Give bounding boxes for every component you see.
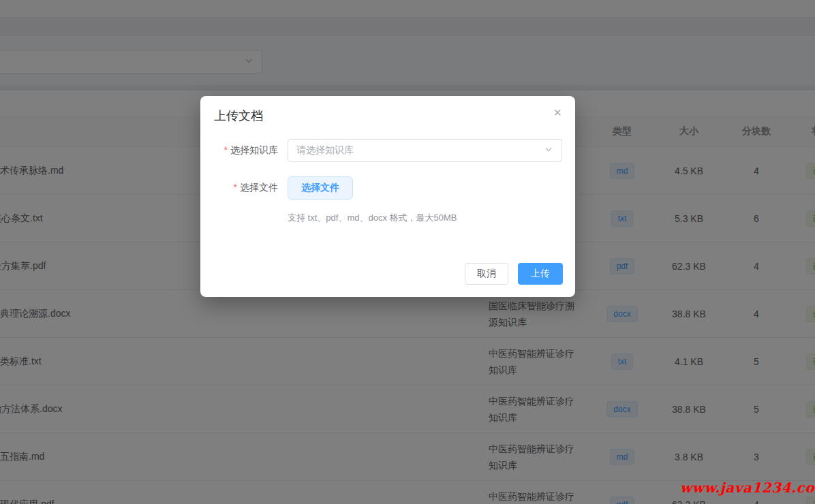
dialog-footer: 取消 上传: [465, 263, 563, 285]
watermark-text: www.java1234.com: [680, 479, 815, 496]
required-mark: *: [234, 182, 237, 193]
file-field-label: *选择文件: [200, 182, 288, 194]
dialog-title: 上传文档: [214, 109, 263, 123]
upload-hint-text: 支持 txt、pdf、md、docx 格式，最大50MB: [288, 212, 562, 224]
upload-button[interactable]: 上传: [518, 263, 563, 285]
kb-field-row: *选择知识库 请选择知识库: [200, 139, 562, 162]
cancel-button[interactable]: 取消: [465, 263, 508, 285]
required-mark: *: [224, 144, 228, 155]
file-field-row: *选择文件 选择文件: [200, 176, 562, 200]
close-icon[interactable]: ×: [552, 104, 563, 121]
choose-file-button[interactable]: 选择文件: [288, 176, 353, 200]
chevron-down-icon: [544, 144, 553, 157]
kb-field-label: *选择知识库: [200, 144, 288, 157]
kb-select[interactable]: 请选择知识库: [288, 139, 562, 162]
upload-document-dialog: 上传文档 × *选择知识库 请选择知识库 *选择文件 选择文件 支持 txt、p…: [200, 96, 575, 297]
page: 类型 大小 分块数 状态 术传承脉络.md国医临床智能诊疗溯源知识库md4.5 …: [0, 0, 815, 504]
kb-select-placeholder: 请选择知识库: [296, 144, 354, 157]
dialog-header: 上传文档 ×: [200, 96, 575, 125]
